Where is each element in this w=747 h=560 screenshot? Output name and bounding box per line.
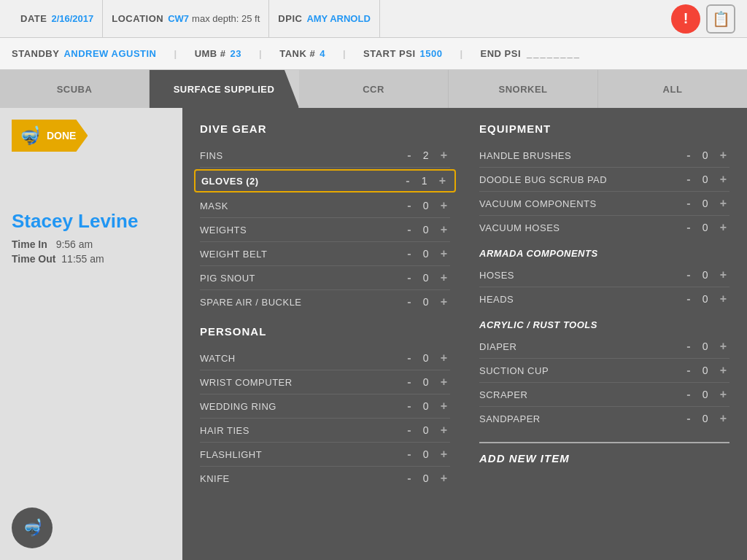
gear-item-value: 0 (420, 296, 432, 308)
main-content: 🤿 DONE Stacey Levine Time In 9:56 am Tim… (0, 108, 747, 560)
decrement-button[interactable]: - (404, 271, 414, 285)
decrement-button[interactable]: - (684, 411, 693, 426)
fins-icon: 🤿 (19, 125, 41, 146)
increment-button[interactable]: + (438, 423, 450, 438)
decrement-button[interactable]: - (404, 351, 414, 365)
time-out-label: Time Out (12, 253, 55, 265)
decrement-button[interactable]: - (684, 268, 693, 282)
date-section: DATE 2/16/2017 (12, 0, 103, 37)
decrement-button[interactable]: - (404, 375, 414, 389)
decrement-button[interactable]: - (404, 148, 414, 163)
gear-item-name: SCRAPER (479, 389, 684, 400)
increment-button[interactable]: + (717, 363, 729, 378)
tab-ccr[interactable]: CCR (299, 70, 449, 108)
gear-item: SUCTION CUP-0+ (479, 359, 729, 383)
gear-item-name: DOODLE BUG SCRUB PAD (479, 174, 684, 185)
decrement-button[interactable]: - (684, 220, 693, 235)
gear-item: SPARE AIR / BUCKLE-0+ (200, 290, 450, 314)
increment-button[interactable]: + (717, 292, 729, 306)
gear-item-value: 0 (700, 293, 711, 305)
increment-button[interactable]: + (717, 148, 729, 163)
left-panel: 🤿 DONE Stacey Levine Time In 9:56 am Tim… (0, 108, 182, 560)
increment-button[interactable]: + (438, 222, 450, 237)
umb-label: UMB # (195, 48, 226, 59)
add-diver-button[interactable]: 🤿 (12, 508, 53, 548)
increment-button[interactable]: + (438, 198, 450, 213)
gear-item-value: 0 (420, 424, 432, 436)
end-psi-label: END PSI (481, 48, 522, 59)
gear-item-name: WEDDING RING (200, 401, 404, 412)
gear-controls: -0+ (404, 447, 450, 462)
increment-button[interactable]: + (438, 471, 450, 486)
increment-button[interactable]: + (717, 196, 729, 211)
dpic-section: DPIC AMY ARNOLD (269, 0, 379, 37)
gear-controls: -0+ (404, 423, 450, 438)
add-new-item-button[interactable]: ADD NEW ITEM (479, 442, 729, 464)
armada-items-list: HOSES-0+HEADS-0+ (479, 263, 729, 311)
decrement-button[interactable]: - (684, 148, 693, 163)
decrement-button[interactable]: - (684, 196, 693, 211)
gear-controls: -0+ (404, 375, 450, 389)
decrement-button[interactable]: - (403, 174, 412, 188)
gear-item: GLOVES (2)-1+ (194, 169, 456, 192)
decrement-button[interactable]: - (684, 387, 693, 402)
gear-item: DOODLE BUG SCRUB PAD-0+ (479, 168, 729, 192)
decrement-button[interactable]: - (684, 363, 693, 378)
decrement-button[interactable]: - (404, 423, 414, 438)
gear-item-value: 0 (420, 376, 432, 388)
gear-panel: DIVE GEAR FINS-2+GLOVES (2)-1+MASK-0+WEI… (182, 108, 747, 560)
gear-item-value: 0 (420, 200, 432, 211)
tab-scuba[interactable]: SCUBA (0, 70, 150, 108)
increment-button[interactable]: + (717, 387, 729, 402)
tab-surface-supplied[interactable]: SURFACE SUPPLIED (150, 70, 299, 108)
location-value: CW7 (168, 13, 189, 24)
increment-button[interactable]: + (717, 172, 729, 187)
tab-all[interactable]: ALL (598, 70, 747, 108)
gear-controls: -0+ (404, 399, 450, 413)
increment-button[interactable]: + (438, 148, 450, 163)
increment-button[interactable]: + (717, 339, 729, 354)
increment-button[interactable]: + (717, 220, 729, 235)
decrement-button[interactable]: - (684, 292, 693, 306)
decrement-button[interactable]: - (404, 246, 414, 261)
gear-controls: -0+ (684, 268, 729, 282)
gear-item: VACUUM COMPONENTS-0+ (479, 192, 729, 216)
increment-button[interactable]: + (438, 447, 450, 462)
increment-button[interactable]: + (438, 295, 450, 309)
decrement-button[interactable]: - (684, 172, 693, 187)
gear-item-value: 0 (700, 149, 711, 161)
decrement-button[interactable]: - (404, 198, 414, 213)
decrement-button[interactable]: - (404, 447, 414, 462)
gear-item: WRIST COMPUTER-0+ (200, 370, 450, 394)
gear-item-name: HOSES (479, 270, 684, 281)
increment-button[interactable]: + (717, 411, 729, 426)
gear-item-name: WEIGHTS (200, 225, 404, 236)
gear-item-name: GLOVES (2) (201, 176, 403, 187)
gear-controls: -0+ (404, 471, 450, 486)
decrement-button[interactable]: - (404, 222, 414, 237)
increment-button[interactable]: + (438, 246, 450, 261)
increment-button[interactable]: + (717, 268, 729, 282)
done-badge[interactable]: 🤿 DONE (12, 120, 88, 152)
gear-item: WEIGHT BELT-0+ (200, 242, 450, 266)
increment-button[interactable]: + (438, 271, 450, 285)
gear-item: WEDDING RING-0+ (200, 394, 450, 419)
increment-button[interactable]: + (436, 174, 449, 188)
start-psi-value: 1500 (420, 48, 443, 59)
gear-controls: -0+ (404, 198, 450, 213)
decrement-button[interactable]: - (404, 399, 414, 413)
gear-item-value: 0 (700, 413, 711, 424)
gear-controls: -0+ (684, 387, 729, 402)
increment-button[interactable]: + (438, 399, 450, 413)
decrement-button[interactable]: - (404, 295, 414, 309)
increment-button[interactable]: + (438, 375, 450, 389)
increment-button[interactable]: + (438, 351, 450, 365)
decrement-button[interactable]: - (684, 339, 693, 354)
alert-button[interactable]: ! (671, 4, 700, 34)
notes-button[interactable]: 📋 (706, 4, 735, 34)
gear-controls: -0+ (684, 292, 729, 306)
decrement-button[interactable]: - (404, 471, 414, 486)
gear-item: FINS-2+ (200, 144, 450, 168)
location-extra: max depth: 25 ft (192, 13, 260, 24)
tab-snorkel[interactable]: SNORKEL (449, 70, 598, 108)
